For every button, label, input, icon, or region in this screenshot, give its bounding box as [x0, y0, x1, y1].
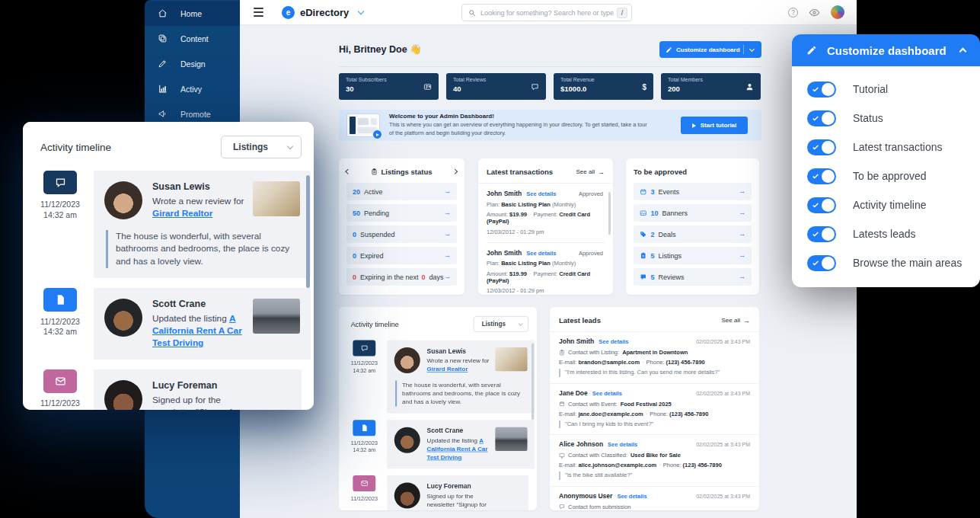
see-details-link[interactable]: See details: [526, 250, 556, 257]
hamburger-menu-icon[interactable]: [254, 8, 263, 17]
sidebar-item-label: Home: [180, 9, 202, 18]
timeline-entry: 11/12/2023 Lucy Foreman Signed up for th…: [348, 475, 528, 510]
stat-card-revenue: Total Revenue $1000.0 $: [554, 73, 653, 100]
chevron-right-icon[interactable]: [453, 169, 458, 174]
sidebar-item-activity[interactable]: Activy: [145, 76, 240, 101]
entry-user-name: Susan Lewis: [152, 181, 253, 192]
see-details-link[interactable]: See details: [526, 190, 556, 197]
card-title: Listings status: [381, 168, 432, 176]
see-all-link[interactable]: See all: [576, 168, 605, 176]
customize-dashboard-button[interactable]: Customize dashboard: [659, 41, 761, 58]
activity-timeline-panel: Activity timeline Listings 11/12/202314:…: [23, 122, 314, 410]
entry-date: 11/12/202314:32 am: [40, 200, 80, 220]
approval-row-listings[interactable]: 5 Listings: [634, 247, 752, 264]
entry-link[interactable]: Girard Realtor: [427, 366, 468, 373]
user-avatar[interactable]: [831, 5, 844, 19]
status-row-expiring[interactable]: 0 Expiring in the next 0 days: [346, 268, 457, 286]
lead-message: "Is the bike still available?": [559, 472, 750, 480]
tutorial-video-thumbnail[interactable]: [347, 114, 379, 136]
card-title: Activity timeline: [351, 320, 399, 328]
activity-icon: [158, 84, 168, 94]
eye-icon[interactable]: [809, 7, 820, 18]
toggle-switch[interactable]: [807, 168, 836, 184]
listing-photo: [495, 347, 527, 371]
start-tutorial-button[interactable]: Start tutorial: [681, 117, 748, 134]
stat-label: Total Reviews: [453, 77, 539, 82]
timeline-entry: 11/12/202314:32 am Susan Lewis Wrote a n…: [348, 341, 528, 414]
listing-icon: [559, 350, 565, 356]
pencil-icon: [666, 46, 672, 53]
activity-timeline-card: Activity timeline Listings 11/12/202314:…: [339, 307, 537, 510]
sidebar-item-home[interactable]: Home: [145, 1, 240, 26]
toggle-switch[interactable]: [807, 139, 836, 155]
chevron-down-icon: [358, 8, 364, 14]
see-details-link[interactable]: See details: [599, 338, 628, 345]
help-icon[interactable]: [788, 8, 798, 18]
check-icon: [812, 143, 819, 151]
check-icon: [812, 172, 819, 180]
transaction-date: 12/03/2012 - 01:29 pm: [487, 229, 603, 235]
approval-row-deals[interactable]: 2 Deals: [634, 225, 752, 243]
brand-selector[interactable]: e eDirectory: [282, 6, 363, 19]
avatar: [104, 380, 142, 410]
members-icon: [745, 82, 754, 91]
transaction-status: Approved: [579, 250, 603, 257]
stat-value: 40: [453, 85, 539, 93]
review-quote: The house is wonderful, with several bat…: [106, 230, 298, 268]
latest-transactions-card: Latest transactions See all John Smith S…: [478, 158, 613, 295]
lead-item: Alice Johnson See details 02/02/2025 at …: [550, 435, 759, 487]
status-row-active[interactable]: 20 Active: [346, 183, 457, 200]
clipboard-icon: [371, 168, 378, 175]
approval-row-banners[interactable]: 10 Banners: [634, 204, 752, 222]
approval-row-reviews[interactable]: 5 Reviews: [634, 268, 752, 286]
scrollbar[interactable]: [306, 175, 310, 288]
see-all-link[interactable]: See all: [722, 317, 750, 325]
entry-date: 11/12/2023: [40, 398, 80, 409]
scrollbar[interactable]: [608, 192, 611, 235]
entry-link[interactable]: Girard Realtor: [152, 208, 212, 219]
entry-date: 11/12/202314:32 am: [351, 360, 378, 374]
toggle-switch[interactable]: [807, 197, 836, 213]
lead-item: John Smith See details 02/02/2025 at 3:4…: [550, 332, 759, 384]
avatar: [104, 299, 142, 337]
scrollbar[interactable]: [531, 344, 534, 420]
status-row-pending[interactable]: 50 Pending: [346, 204, 457, 222]
stat-value: $1000.0: [560, 85, 646, 93]
calendar-icon: [559, 401, 565, 407]
arrow-right-icon: [444, 209, 451, 216]
review-badge-icon: [353, 341, 375, 357]
chevron-up-icon: [959, 48, 967, 56]
entry-date: 11/12/2023: [351, 495, 378, 502]
stat-value: 30: [346, 85, 432, 93]
status-row-expired[interactable]: 0 Expired: [346, 247, 457, 264]
avatar: [394, 482, 420, 508]
brand-name: eDirectory: [300, 7, 349, 18]
entry-user-name: Susan Lewis: [427, 347, 496, 355]
approval-row-events[interactable]: 3 Events: [634, 183, 752, 200]
see-details-link[interactable]: See details: [608, 441, 637, 448]
status-row-suspended[interactable]: 0 Suspended: [346, 225, 457, 243]
panel-title: Customize dashboard: [827, 44, 946, 57]
arrow-right-icon: [444, 252, 451, 259]
see-details-link[interactable]: See details: [617, 493, 646, 500]
see-details-link[interactable]: See details: [592, 390, 622, 397]
arrow-right-icon: [739, 273, 745, 280]
sidebar-item-label: Design: [180, 59, 206, 69]
toggle-switch[interactable]: [807, 255, 836, 271]
check-icon: [812, 259, 819, 267]
toggle-switch[interactable]: [807, 110, 836, 126]
toggle-row-latests-leads: Latests leads: [792, 219, 980, 248]
arrow-right-icon: [739, 188, 745, 195]
customize-panel-header[interactable]: Customize dashboard: [792, 34, 980, 66]
search-input[interactable]: [480, 9, 617, 17]
promote-icon: [158, 109, 168, 119]
search-box[interactable]: /: [461, 4, 632, 21]
sidebar-item-content[interactable]: Content: [145, 26, 240, 51]
toggle-switch[interactable]: [807, 82, 836, 98]
toggle-switch[interactable]: [807, 226, 836, 242]
sidebar-item-design[interactable]: Design: [145, 51, 240, 76]
activity-filter-select[interactable]: Listings: [474, 316, 528, 331]
arrow-right-icon: [444, 273, 451, 280]
chevron-left-icon[interactable]: [346, 169, 350, 174]
activity-filter-select[interactable]: Listings: [221, 136, 302, 158]
